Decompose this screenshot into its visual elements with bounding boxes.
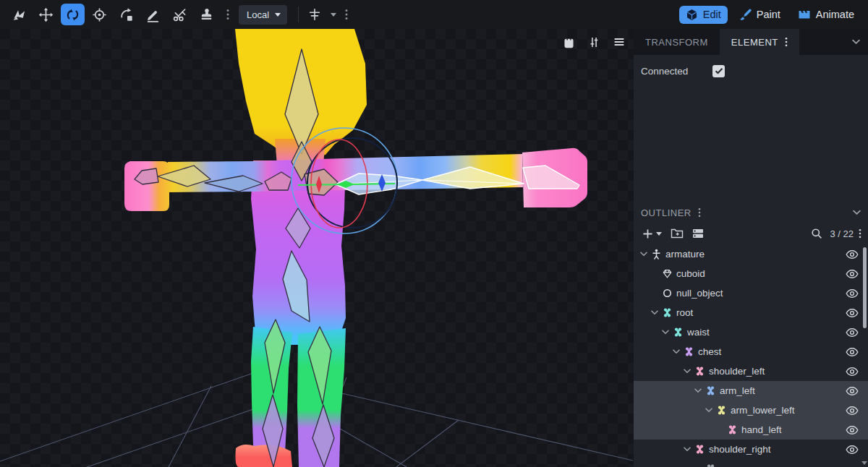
visibility-toggle[interactable]	[846, 308, 859, 317]
visibility-toggle[interactable]	[846, 425, 859, 434]
outliner-tree: armature cuboid null_object	[634, 244, 868, 467]
menu-icon[interactable]	[610, 33, 628, 51]
bone-icon	[660, 307, 674, 318]
tab-transform[interactable]: TRANSFORM	[634, 29, 720, 55]
outliner-toolbar-menu-icon[interactable]	[859, 228, 861, 239]
pose-tool-button[interactable]	[7, 4, 31, 25]
mode-edit-button[interactable]: Edit	[679, 6, 728, 24]
bone-icon	[714, 405, 728, 416]
chevron-down-icon[interactable]	[671, 349, 681, 354]
chevron-down-icon[interactable]	[692, 388, 703, 393]
pivot-tool-button[interactable]	[88, 4, 111, 25]
transform-space-select[interactable]: Local	[239, 5, 287, 25]
outliner-collapse-chevron[interactable]	[853, 210, 861, 215]
visibility-toggle[interactable]	[846, 327, 859, 337]
viewport-toolbar	[560, 33, 628, 51]
sliders-icon[interactable]	[585, 33, 603, 51]
blockbench-app: Local Edit P	[0, 0, 868, 467]
viewport-3d[interactable]	[0, 29, 634, 467]
workspace: TRANSFORM ELEMENT Connected OUTLINER	[0, 29, 868, 467]
brush-tool-button[interactable]	[141, 4, 165, 25]
connected-label: Connected	[641, 66, 712, 77]
panel-collapse-chevron[interactable]	[852, 29, 868, 55]
visibility-toggle[interactable]	[846, 249, 859, 259]
mode-edit-label: Edit	[703, 9, 721, 20]
chevron-down-icon[interactable]	[681, 369, 692, 374]
rotate-tool-button[interactable]	[61, 4, 85, 25]
outliner-row-armature[interactable]: armature	[634, 244, 868, 264]
outliner-row-hand-left[interactable]: hand_left	[634, 420, 868, 440]
mode-switcher: Edit Paint Animate	[679, 5, 861, 24]
mirror-toggle-button[interactable]	[305, 4, 324, 25]
mode-paint-label: Paint	[757, 9, 780, 20]
main-toolbar: Local Edit P	[0, 0, 868, 29]
list-toggle-icon[interactable]	[690, 225, 706, 242]
visibility-toggle[interactable]	[846, 347, 859, 356]
outliner-row-shoulder-right[interactable]: shoulder_right	[634, 440, 868, 459]
tab-element[interactable]: ELEMENT	[720, 29, 799, 55]
bone-icon	[725, 424, 739, 435]
character-body	[124, 29, 587, 467]
toolbar-overflow-menu[interactable]	[224, 5, 231, 24]
outliner-title: OUTLINER	[641, 207, 692, 218]
tab-menu-icon[interactable]	[785, 37, 788, 47]
connected-checkbox[interactable]	[712, 65, 725, 77]
add-element-caret	[656, 232, 662, 236]
character-model-scene[interactable]	[0, 29, 634, 467]
visibility-toggle[interactable]	[846, 386, 859, 395]
selection-count: 3 / 22	[830, 228, 854, 239]
outliner-row-arm-left[interactable]: arm_left	[634, 381, 868, 400]
move-tool-button[interactable]	[34, 4, 58, 25]
scissors-tool-button[interactable]	[168, 4, 192, 25]
paint-brush-icon	[739, 8, 752, 21]
visibility-toggle[interactable]	[846, 367, 859, 376]
outliner-row-shoulder-left[interactable]: shoulder_left	[634, 361, 868, 381]
null-object-icon	[660, 288, 674, 299]
add-group-button[interactable]	[668, 225, 686, 242]
search-icon[interactable]	[809, 225, 825, 242]
move-tool-icon	[38, 7, 54, 22]
properties-tabbar: TRANSFORM ELEMENT	[634, 29, 868, 55]
visibility-toggle[interactable]	[846, 445, 859, 454]
movie-icon	[798, 8, 811, 21]
foot-left	[236, 445, 293, 467]
mirror-dropdown-caret[interactable]	[331, 13, 336, 17]
snap-tool-button[interactable]	[114, 4, 138, 25]
outliner-row-cuboid[interactable]: cuboid	[634, 264, 868, 283]
scrollbar-thumb[interactable]	[863, 247, 867, 328]
outliner-row-chest[interactable]: chest	[634, 342, 868, 361]
chevron-down-icon[interactable]	[649, 310, 660, 315]
visibility-toggle[interactable]	[846, 269, 859, 278]
scrollbar-down-arrow[interactable]	[861, 461, 867, 465]
bone-icon	[671, 327, 685, 338]
chevron-down-icon[interactable]	[681, 447, 692, 452]
brush-tool-icon	[145, 7, 161, 22]
pose-tool-icon	[12, 7, 27, 22]
outliner-row-null-object[interactable]: null_object	[634, 283, 868, 303]
chevron-down-icon[interactable]	[638, 252, 649, 257]
outliner-row-root[interactable]: root	[634, 303, 868, 322]
outliner-row-waist[interactable]: waist	[634, 322, 868, 342]
pivot-tool-icon	[92, 7, 107, 22]
add-element-button[interactable]	[640, 225, 664, 242]
outliner-menu-icon[interactable]	[698, 207, 701, 218]
mode-animate-button[interactable]: Animate	[791, 5, 861, 24]
mode-paint-button[interactable]: Paint	[732, 5, 787, 24]
visibility-toggle[interactable]	[846, 406, 859, 415]
bone-icon	[703, 463, 718, 467]
mode-animate-label: Animate	[816, 9, 854, 20]
bone-icon	[692, 444, 707, 455]
mirror-toggle-icon	[307, 7, 322, 22]
chevron-down-icon[interactable]	[703, 408, 714, 413]
mirror-overflow-menu[interactable]	[343, 5, 350, 24]
chevron-down-icon[interactable]	[660, 330, 671, 335]
outliner-row-arm-lower-left[interactable]: arm_lower_left	[634, 400, 868, 420]
bag-icon[interactable]	[560, 33, 577, 51]
hand-right-mesh	[124, 161, 169, 211]
outliner-row-partial[interactable]	[634, 459, 868, 467]
stamp-tool-button[interactable]	[195, 4, 218, 25]
armature-icon	[649, 249, 663, 260]
scissors-tool-icon	[172, 7, 187, 22]
visibility-toggle[interactable]	[846, 288, 859, 298]
outliner-scrollbar[interactable]	[862, 244, 867, 467]
